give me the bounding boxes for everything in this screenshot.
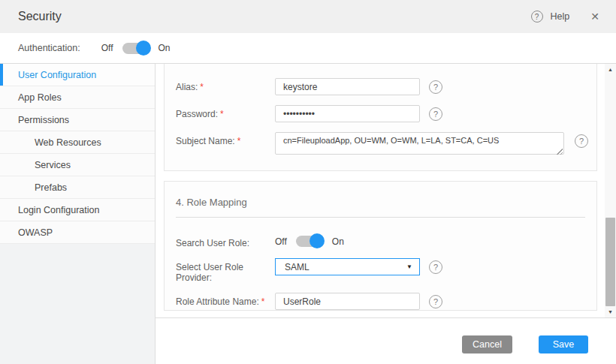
- sidebar-item-permissions[interactable]: Permissions: [0, 109, 155, 131]
- chevron-down-icon: ▼: [406, 263, 412, 270]
- sidebar-empty-area: [0, 244, 155, 364]
- authentication-toggle[interactable]: [122, 43, 149, 54]
- cancel-button[interactable]: Cancel: [462, 335, 512, 353]
- sidebar-item-label: App Roles: [18, 92, 62, 103]
- sidebar-item-label: Permissions: [18, 115, 69, 125]
- dialog-header: Security ? Help ✕: [0, 0, 616, 33]
- scroll-up-icon[interactable]: ▲: [605, 64, 616, 75]
- subject-name-label: Subject Name:*: [176, 132, 275, 146]
- sidebar-item-services[interactable]: Services: [0, 154, 155, 176]
- sidebar-item-web-resources[interactable]: Web Resources: [0, 131, 155, 154]
- help-icon[interactable]: ?: [531, 11, 543, 23]
- role-attribute-row: Role Attribute Name:* ?: [165, 293, 596, 310]
- section-divider: [176, 217, 585, 218]
- subject-name-textarea-wrap: cn=FileuploadApp, OU=WM, O=WM, L=LA, ST=…: [275, 132, 564, 158]
- user-role-provider-select[interactable]: SAML ▼: [275, 258, 420, 275]
- sidebar-item-label: OWASP: [18, 227, 53, 238]
- subject-name-help-icon[interactable]: ?: [575, 134, 588, 148]
- form-scroll-area: Alias:* ? Password:* ? Sub: [156, 64, 616, 317]
- sidebar-item-label: Web Resources: [35, 137, 101, 148]
- search-user-role-label: Search User Role:: [176, 234, 275, 248]
- sidebar-item-label: Prefabs: [35, 182, 67, 193]
- password-label: Password:*: [176, 105, 275, 119]
- scroll-down-icon[interactable]: ▼: [605, 306, 616, 317]
- dialog-body: User Configuration App Roles Permissions…: [0, 64, 616, 364]
- sidebar-item-owasp[interactable]: OWASP: [0, 221, 155, 244]
- search-user-role-row: Search User Role: Off On: [165, 234, 596, 248]
- certificate-card: Alias:* ? Password:* ? Sub: [164, 64, 597, 171]
- header-actions: ? Help ✕: [531, 9, 602, 24]
- alias-input[interactable]: [275, 78, 420, 95]
- authentication-label: Authentication:: [18, 43, 80, 53]
- scrollbar-thumb[interactable]: [605, 218, 615, 306]
- alias-help-icon[interactable]: ?: [429, 80, 442, 94]
- user-role-provider-value: SAML: [285, 262, 310, 272]
- search-user-role-off-label: Off: [275, 236, 287, 247]
- alias-label-text: Alias:: [176, 82, 198, 92]
- user-role-provider-label: Select User Role Provider:: [176, 258, 275, 283]
- toggle-knob: [310, 233, 325, 248]
- subject-name-label-text: Subject Name:: [176, 136, 235, 146]
- password-input[interactable]: [275, 105, 420, 122]
- close-icon[interactable]: ✕: [587, 9, 602, 24]
- user-role-provider-row: Select User Role Provider: SAML ▼ ?: [165, 258, 596, 283]
- help-link[interactable]: Help: [551, 11, 570, 22]
- required-asterisk: *: [261, 296, 265, 307]
- search-user-role-toggle-group: Off On: [275, 234, 344, 247]
- resize-grip-icon[interactable]: [556, 148, 563, 155]
- subject-name-row: Subject Name:* cn=FileuploadApp, OU=WM, …: [165, 132, 596, 158]
- required-asterisk: *: [200, 82, 204, 92]
- sidebar-item-prefabs[interactable]: Prefabs: [0, 176, 155, 199]
- authentication-toggle-group: Off On: [101, 43, 171, 54]
- authentication-off-label: Off: [101, 43, 113, 53]
- vertical-scrollbar[interactable]: ▲ ▼: [605, 64, 616, 317]
- authentication-on-label: On: [159, 43, 171, 53]
- page-title: Security: [18, 10, 62, 23]
- sidebar-item-app-roles[interactable]: App Roles: [0, 86, 155, 109]
- role-mapping-card: 4. Role Mapping Search User Role: Off On: [164, 181, 597, 311]
- save-button[interactable]: Save: [539, 335, 588, 353]
- password-help-icon[interactable]: ?: [429, 107, 442, 121]
- user-role-provider-help-icon[interactable]: ?: [429, 260, 442, 274]
- subject-name-textarea[interactable]: cn=FileuploadApp, OU=WM, O=WM, L=LA, ST=…: [275, 132, 564, 155]
- role-attribute-input[interactable]: [275, 293, 420, 310]
- toggle-knob: [136, 41, 151, 56]
- required-asterisk: *: [237, 136, 241, 146]
- password-row: Password:* ?: [165, 105, 596, 122]
- sidebar-item-label: Login Configuration: [18, 205, 99, 215]
- authentication-bar: Authentication: Off On: [0, 33, 616, 64]
- security-dialog: Security ? Help ✕ Authentication: Off On…: [0, 0, 616, 364]
- security-sidebar: User Configuration App Roles Permissions…: [0, 64, 156, 364]
- role-mapping-section-title: 4. Role Mapping: [176, 197, 585, 208]
- alias-row: Alias:* ?: [165, 78, 596, 95]
- sidebar-item-label: Services: [35, 160, 71, 170]
- sidebar-item-label: User Configuration: [18, 70, 96, 80]
- search-user-role-toggle[interactable]: [296, 236, 323, 247]
- role-attribute-help-icon[interactable]: ?: [429, 295, 442, 308]
- dialog-footer: Cancel Save: [156, 317, 616, 364]
- alias-label: Alias:*: [176, 78, 275, 92]
- search-user-role-on-label: On: [332, 236, 344, 247]
- role-attribute-label-text: Role Attribute Name:: [176, 296, 259, 307]
- sidebar-item-user-configuration[interactable]: User Configuration: [0, 64, 155, 86]
- required-asterisk: *: [220, 109, 224, 119]
- main-panel: Alias:* ? Password:* ? Sub: [156, 64, 616, 364]
- sidebar-item-login-configuration[interactable]: Login Configuration: [0, 199, 155, 221]
- role-attribute-label: Role Attribute Name:*: [176, 293, 275, 307]
- password-label-text: Password:: [176, 109, 218, 119]
